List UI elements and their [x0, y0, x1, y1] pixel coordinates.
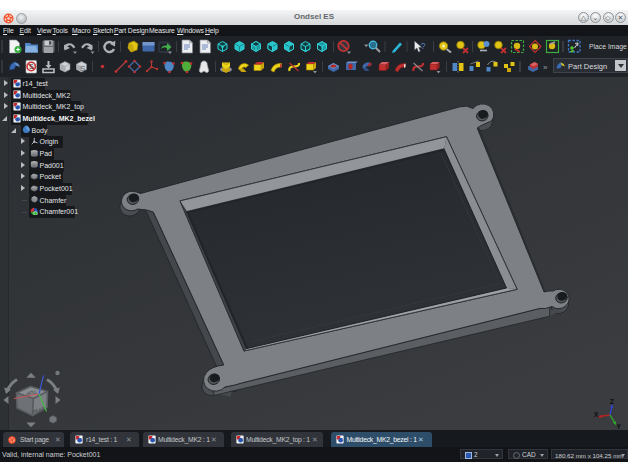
svg-text:Z: Z [610, 398, 614, 405]
svg-text:»: » [543, 63, 548, 72]
svg-text:?: ? [421, 41, 426, 51]
svg-text:X: X [594, 411, 599, 418]
svg-text:Place Image: Place Image [589, 43, 627, 51]
svg-text:Y: Y [617, 423, 622, 430]
